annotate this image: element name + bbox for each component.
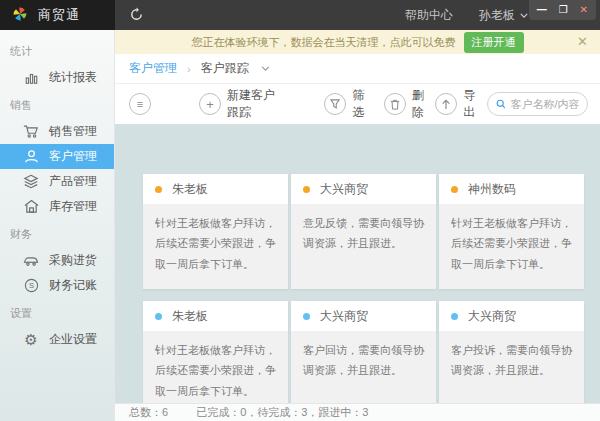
sidebar-item-label: 产品管理 (49, 173, 97, 190)
customer-track-card[interactable]: 神州数码 针对王老板做客户拜访，后续还需要小荣跟进，争取一周后拿下订单。 (439, 174, 584, 289)
truck-icon (22, 252, 40, 270)
sidebar-item-purchasing[interactable]: 采购进货 (0, 248, 114, 273)
card-title: 大兴商贸 (468, 308, 516, 325)
maximize-button[interactable]: ❐ (559, 5, 568, 15)
window-controls: — ❐ ✕ (529, 0, 596, 20)
sidebar-item-label: 客户管理 (49, 148, 97, 165)
card-body: 客户投诉，需要向领导协调资源，并且跟进。 (439, 331, 584, 403)
trial-notice-text: 您正在体验环境下，数据会在当天清理，点此可以免费 (192, 35, 456, 50)
customer-track-card[interactable]: 大兴商贸 客户投诉，需要向领导协调资源，并且跟进。 (439, 301, 584, 403)
breadcrumb-current: 客户跟踪 (201, 60, 249, 77)
sidebar: 统计 统计报表 销售 销售管理 (0, 30, 115, 421)
register-button[interactable]: 注册开通 (464, 32, 524, 53)
card-body: 客户回访，需要向领导协调资源，并且跟进。 (291, 331, 436, 403)
customer-track-card[interactable]: 朱老板 针对王老板做客户拜访，后续还需要小荣跟进，争取一周后拿下订单。 (143, 301, 288, 403)
view-menu-button[interactable]: ≡ (129, 93, 151, 115)
delete-button[interactable]: 删除 (384, 87, 427, 121)
sidebar-section-settings: 设置 (0, 298, 114, 327)
gear-icon: ⚙ (22, 331, 40, 349)
status-dot (451, 313, 458, 320)
notice-close-icon[interactable]: ✕ (577, 34, 588, 49)
card-body: 针对王老板做客户拜访，后续还需要小荣跟进，争取一周后拿下订单。 (143, 331, 288, 403)
trash-icon (384, 93, 406, 115)
top-bar: 商贸通 帮助中心 孙老板 — ❐ ✕ (0, 0, 600, 30)
card-title: 大兴商贸 (320, 181, 368, 198)
sidebar-item-company-settings[interactable]: ⚙ 企业设置 (0, 327, 114, 352)
status-bar: 总数：6 已完成：0，待完成：3，跟进中：3 (115, 403, 600, 421)
sidebar-section-finance: 财务 (0, 219, 114, 248)
breadcrumb-chevron-down-icon[interactable] (261, 66, 270, 71)
main-area: 您正在体验环境下，数据会在当天清理，点此可以免费 注册开通 ✕ 客户管理 › 客… (115, 30, 600, 421)
funnel-icon (324, 93, 346, 115)
card-title: 神州数码 (468, 181, 516, 198)
help-center-link[interactable]: 帮助中心 (405, 7, 453, 24)
customer-track-card[interactable]: 朱老板 针对王老板做客户拜访，后续还需要小荣跟进，争取一周后拿下订单。 (143, 174, 288, 289)
card-body: 针对王老板做客户拜访，后续还需要小荣跟进，争取一周后拿下订单。 (143, 204, 288, 289)
customer-track-card[interactable]: 大兴商贸 意见反馈，需要向领导协调资源，并且跟进。 (291, 174, 436, 289)
refresh-icon[interactable] (129, 7, 144, 24)
sidebar-item-reports[interactable]: 统计报表 (0, 65, 114, 90)
breadcrumb-parent-link[interactable]: 客户管理 (129, 60, 177, 77)
warehouse-icon (22, 198, 40, 216)
finance-icon: S (22, 277, 40, 295)
status-summary: 已完成：0，待完成：3，跟进中：3 (196, 405, 368, 420)
sidebar-item-sales-management[interactable]: 销售管理 (0, 119, 114, 144)
cart-icon (22, 123, 40, 141)
top-bar-right-area: 帮助中心 孙老板 — ❐ ✕ (115, 0, 600, 30)
sidebar-item-label: 采购进货 (49, 252, 97, 269)
sidebar-item-product-management[interactable]: 产品管理 (0, 169, 114, 194)
arrow-up-icon (435, 93, 457, 115)
minimize-button[interactable]: — (537, 5, 547, 15)
search-input[interactable] (510, 98, 579, 110)
toolbar: ≡ + 新建客户跟踪 筛选 删除 (115, 84, 600, 124)
plus-icon: + (199, 93, 221, 115)
bar-chart-icon (22, 69, 40, 87)
sidebar-item-label: 财务记账 (49, 277, 97, 294)
breadcrumb: 客户管理 › 客户跟踪 (115, 54, 600, 84)
status-dot (303, 186, 310, 193)
customer-track-card[interactable]: 大兴商贸 客户回访，需要向领导协调资源，并且跟进。 (291, 301, 436, 403)
card-body: 意见反馈，需要向领导协调资源，并且跟进。 (291, 204, 436, 289)
app-title: 商贸通 (38, 6, 80, 24)
sidebar-item-inventory-management[interactable]: 库存管理 (0, 194, 114, 219)
filter-button[interactable]: 筛选 (324, 87, 367, 121)
card-title: 朱老板 (172, 181, 208, 198)
sidebar-item-label: 销售管理 (49, 123, 97, 140)
sidebar-item-label: 企业设置 (49, 331, 97, 348)
user-menu[interactable]: 孙老板 (479, 7, 528, 24)
chevron-down-icon (520, 13, 528, 18)
pinwheel-logo-icon (12, 6, 28, 25)
search-icon (496, 98, 506, 110)
user-icon (22, 148, 40, 166)
sidebar-item-label: 统计报表 (49, 69, 97, 86)
app-window: 商贸通 帮助中心 孙老板 — ❐ ✕ (0, 0, 600, 421)
sidebar-item-bookkeeping[interactable]: S 财务记账 (0, 273, 114, 298)
card-body: 针对王老板做客户拜访，后续还需要小荣跟进，争取一周后拿下订单。 (439, 204, 584, 289)
trial-notice-bar: 您正在体验环境下，数据会在当天清理，点此可以免费 注册开通 ✕ (115, 30, 600, 54)
close-button[interactable]: ✕ (580, 5, 588, 15)
app-logo-block: 商贸通 (0, 0, 115, 30)
cards-board: 朱老板 针对王老板做客户拜访，后续还需要小荣跟进，争取一周后拿下订单。 大兴商贸… (115, 124, 600, 403)
new-track-button[interactable]: + 新建客户跟踪 (199, 87, 282, 121)
card-title: 大兴商贸 (320, 308, 368, 325)
hamburger-icon: ≡ (137, 99, 143, 110)
sidebar-item-label: 库存管理 (49, 198, 97, 215)
search-box (487, 92, 588, 116)
status-dot (155, 313, 162, 320)
breadcrumb-separator: › (187, 63, 191, 75)
export-button[interactable]: 导出 (435, 87, 478, 121)
sidebar-item-customer-management[interactable]: 客户管理 (0, 144, 114, 169)
status-dot (451, 186, 458, 193)
card-title: 朱老板 (172, 308, 208, 325)
cards-grid: 朱老板 针对王老板做客户拜访，后续还需要小荣跟进，争取一周后拿下订单。 大兴商贸… (143, 174, 593, 403)
top-bar-links: 帮助中心 孙老板 (405, 7, 528, 24)
layers-icon (22, 173, 40, 191)
status-dot (303, 313, 310, 320)
user-name: 孙老板 (479, 7, 515, 24)
total-count: 总数：6 (129, 405, 168, 420)
status-dot (155, 186, 162, 193)
sidebar-section-sales: 销售 (0, 90, 114, 119)
svg-text:S: S (28, 281, 33, 290)
sidebar-section-stats: 统计 (0, 36, 114, 65)
